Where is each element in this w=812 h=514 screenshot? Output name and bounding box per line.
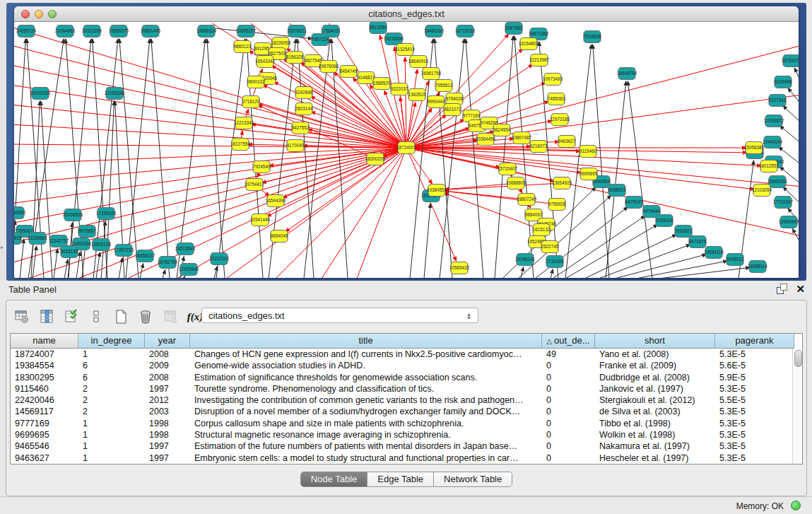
graph-node[interactable]: 2087682 [505,23,523,35]
cell[interactable]: Nakamura et al. (1997) [595,440,715,452]
cell[interactable]: 18300295 [11,372,78,383]
column-header-year[interactable]: year [145,334,190,349]
cell[interactable]: Dudbridge et al. (2008) [595,372,715,383]
graph-node[interactable]: 9227343 [769,95,787,107]
graph-node[interactable]: 20891406 [141,25,161,37]
close-panel-icon[interactable]: ✕ [796,284,805,294]
graph-node[interactable]: 9975887 [78,226,96,238]
graph-node[interactable]: 20206536 [63,209,83,221]
cell[interactable]: 6 [78,360,145,371]
graph-node[interactable]: 17710347 [773,197,794,209]
cell[interactable]: Hescheler et al. (1997) [595,452,715,464]
graph-node[interactable]: 16958114 [748,261,767,273]
graph-node[interactable]: 3624554 [493,124,511,136]
graph-node[interactable]: 1733426 [546,256,564,268]
cell[interactable]: Changes of HCN gene expression and I(f) … [190,349,542,360]
cell[interactable]: Tourette syndrome. Phenomenology and cla… [190,383,542,395]
cell[interactable]: 0 [542,383,595,395]
cell[interactable]: 19384554 [11,360,78,371]
cell[interactable]: 5.3E-5 [715,429,794,440]
graph-node[interactable]: 8938923 [608,185,626,197]
graph-node[interactable]: 10565432 [449,262,470,274]
cell[interactable]: 2 [78,406,145,417]
column-header-out_de[interactable]: △out_de... [542,334,595,349]
cell[interactable]: 0 [542,429,595,440]
graph-node[interactable]: 6216073 [530,141,548,153]
graph-node[interactable]: 8654049 [271,230,288,243]
cell[interactable]: Tibbo et al. (1998) [595,418,715,429]
graph-node[interactable]: 16782759 [158,257,178,269]
graph-node[interactable]: 10212113 [209,253,229,265]
cell[interactable]: 9465546 [11,440,78,452]
graph-node[interactable]: 7924540 [253,161,271,173]
graph-node[interactable]: 7957224 [312,34,329,46]
graph-node[interactable]: 2803144 [295,103,313,115]
table-row[interactable]: 1830029562008Estimation of significance … [11,372,802,383]
table-row[interactable]: 1872400712008Changes of HCN gene express… [11,349,802,360]
float-panel-icon[interactable] [777,284,787,294]
graph-node[interactable]: 16958107 [135,250,155,262]
graph-node[interactable]: 21053346 [105,88,125,100]
graph-node[interactable]: 12093872 [764,115,784,127]
graph-node[interactable]: 16543342 [255,56,276,68]
network-window-titlebar[interactable]: citations_edges.txt [14,6,799,22]
cell[interactable]: Franke et al. (2009) [595,360,715,371]
graph-node[interactable]: 18300295 [365,153,386,165]
table-row[interactable]: 1456911722003Disruption of a novel membe… [11,406,802,417]
cell[interactable]: 1998 [145,429,190,440]
graph-node[interactable]: 9242848 [295,87,313,99]
cell[interactable]: 5.3E-5 [715,383,794,395]
graph-node[interactable]: 10719155 [455,25,476,37]
cell[interactable]: Estimation of significance thresholds fo… [190,372,542,383]
graph-node[interactable]: 8454749 [340,66,358,78]
graph-node[interactable]: 6479197 [625,197,643,209]
cell[interactable]: 18724007 [11,349,78,360]
cell[interactable]: 1997 [145,440,190,452]
graph-node[interactable]: 17359928 [96,208,117,220]
graph-node[interactable]: 1362615 [408,89,426,101]
graph-node[interactable]: 8186328 [286,52,304,64]
cell[interactable]: 1997 [145,383,190,395]
graph-node[interactable]: 16544390 [266,195,286,207]
cell[interactable]: Embryonic stem cells: a model to study s… [190,452,542,464]
cell[interactable]: 5.3E-5 [715,440,794,452]
graph-node[interactable]: 15958385 [744,142,765,154]
cell[interactable]: 2 [78,395,145,406]
cell[interactable]: 9777169 [11,418,78,429]
graph-node[interactable]: 8471876 [689,236,707,248]
graph-node[interactable]: 18107554 [230,139,251,151]
tab-node-table[interactable]: Node Table [301,472,368,486]
cell[interactable]: 0 [542,452,595,464]
cell[interactable]: 5.3E-5 [715,406,794,417]
new-document-icon[interactable] [112,308,129,325]
graph-node[interactable]: 16012557 [759,160,779,173]
west-panel-collapse-handle[interactable]: ▸ [1,245,4,250]
graph-node[interactable]: 18466160 [424,25,445,37]
graph-node[interactable]: 9699695 [580,168,598,180]
vertical-scrollbar[interactable] [792,349,802,464]
graph-node[interactable]: 21064963 [55,25,76,37]
tab-edge-table[interactable]: Edge Table [367,472,434,486]
graph-node[interactable]: 18640910 [408,56,429,68]
graph-node[interactable]: 19856324 [196,25,217,37]
graph-node[interactable]: 9129946 [775,76,792,88]
graph-node[interactable]: 9821072 [444,104,461,116]
cell[interactable]: Disruption of a novel member of a sodium… [190,406,542,417]
graph-node[interactable]: 17957233 [114,245,134,257]
graph-node[interactable]: 12444194 [763,136,783,148]
graph-node[interactable]: 7515526 [584,31,601,43]
tab-network-table[interactable]: Network Table [434,472,512,486]
graph-node[interactable]: 20364456 [476,134,496,146]
graph-node[interactable]: 10973493 [543,74,563,86]
table-row[interactable]: 911546021997Tourette syndrome. Phenomeno… [11,383,802,395]
column-header-title[interactable]: title [190,334,542,349]
graph-node[interactable]: 16961758 [421,68,442,80]
scrollbar-thumb[interactable] [794,350,802,367]
graph-node[interactable]: 12973185 [550,114,570,126]
graph-node[interactable]: 15751074 [782,55,799,67]
graph-node[interactable]: 25160650 [14,207,25,219]
network-canvas[interactable]: 2405572421064963201123591956537020891406… [14,22,799,278]
graph-node[interactable]: 20112359 [82,25,102,37]
graph-node[interactable]: 19384554 [427,185,447,197]
table-row[interactable]: 2242004622012Investigating the contribut… [11,395,802,406]
